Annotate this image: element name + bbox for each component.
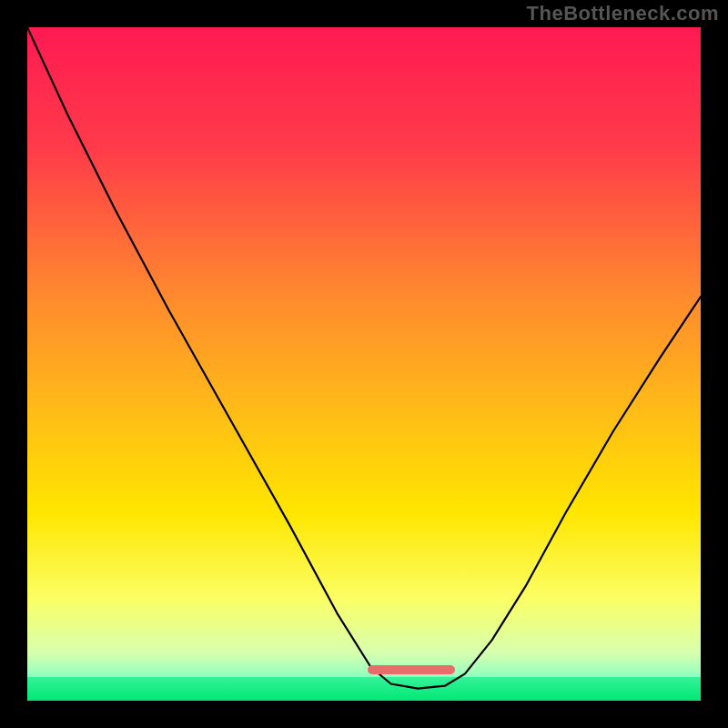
watermark-text: TheBottleneck.com (527, 2, 719, 25)
optimal-range-marker (368, 665, 455, 674)
bottleneck-curve-svg (27, 27, 701, 701)
chart-frame: TheBottleneck.com (0, 0, 728, 728)
bottleneck-curve-path (27, 27, 701, 689)
plot-area (27, 27, 701, 701)
